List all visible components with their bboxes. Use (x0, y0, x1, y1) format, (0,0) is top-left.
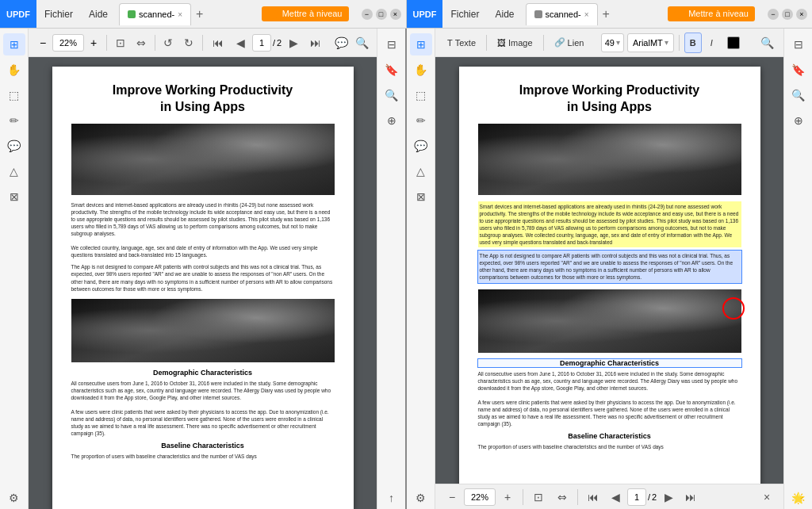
next-page-btn-left[interactable]: ▶ (283, 33, 304, 53)
maximize-btn-right[interactable]: □ (782, 9, 793, 20)
prev-page-btn-left[interactable]: ◀ (230, 33, 251, 53)
new-tab-left[interactable]: + (191, 7, 208, 21)
rotate-cw-btn-left[interactable]: ↻ (180, 33, 197, 53)
font-name-control[interactable]: ArialMT ▾ (627, 33, 674, 52)
shape-icon-right[interactable]: △ (410, 160, 432, 182)
minimize-btn-right[interactable]: − (768, 9, 779, 20)
select-icon[interactable]: ⬚ (3, 84, 25, 106)
zoom-input-right-bottom[interactable] (464, 488, 496, 506)
new-tab-right[interactable]: + (598, 7, 615, 21)
sep3 (202, 35, 203, 51)
fmt-sep3 (679, 35, 680, 51)
italic-btn[interactable]: I (705, 33, 718, 53)
search-btn-right[interactable]: 🔍 (756, 33, 777, 53)
share-icon-right[interactable]: 🌟 (787, 487, 810, 509)
home-icon[interactable]: ⊞ (3, 33, 25, 55)
upgrade-btn-right[interactable]: Mettre à niveau (668, 6, 755, 21)
bottom-sep1 (523, 489, 523, 505)
image-mode-btn[interactable]: 🖼 Image (492, 33, 538, 53)
shape-icon[interactable]: △ (3, 160, 25, 182)
ai-icon-left[interactable]: ⊕ (381, 109, 403, 132)
stamp-icon[interactable]: ⊠ (3, 186, 25, 208)
zoom-out-btn-left[interactable]: − (35, 35, 51, 51)
settings-icon-left[interactable]: ⚙ (3, 487, 25, 509)
edit-icon[interactable]: ✏ (3, 109, 25, 132)
font-size-dropdown-icon[interactable]: ▾ (616, 38, 620, 47)
menu-fichier-right[interactable]: Fichier (442, 0, 487, 28)
close-right-bottom[interactable]: × (756, 487, 777, 507)
last-page-btn-left[interactable]: ⏭ (305, 33, 326, 53)
tab-close-right[interactable]: × (584, 10, 589, 19)
menu-aide-right[interactable]: Aide (487, 0, 522, 28)
share-icon-left[interactable]: ↑ (381, 487, 403, 509)
comment-icon-right[interactable]: 💬 (410, 135, 432, 157)
right-section1-title[interactable]: Demographic Characteristics (478, 359, 741, 367)
left-doc-image (71, 124, 335, 195)
left-doc-image2 (71, 299, 335, 362)
first-page-btn-left[interactable]: ⏮ (208, 33, 228, 53)
menu-aide-left[interactable]: Aide (81, 0, 116, 28)
font-name-dropdown-icon[interactable]: ▾ (665, 38, 668, 47)
right-doc-scroll[interactable]: Improve Working Productivity in Using Ap… (435, 57, 783, 484)
font-name-value: ArialMT (633, 38, 663, 48)
fit-width-btn-left[interactable]: ⇔ (132, 33, 150, 53)
text-mode-btn[interactable]: T Texte (442, 33, 481, 53)
comment-icon[interactable]: 💬 (3, 135, 25, 157)
thumbnail-icon-left[interactable]: ⊟ (381, 33, 403, 55)
search-sidebar-right[interactable]: 🔍 (787, 84, 810, 106)
edit-icon-right[interactable]: ✏ (410, 109, 432, 132)
search-sidebar-left[interactable]: 🔍 (381, 84, 403, 106)
fit-page-btn-left[interactable]: ⊡ (112, 33, 129, 53)
upgrade-btn-left[interactable]: Mettre à niveau (262, 6, 349, 21)
tab-close-left[interactable]: × (178, 10, 182, 19)
right-side-toolbar: ⊞ ✋ ⬚ ✏ 💬 △ ⊠ ⚙ (407, 29, 435, 509)
tab-left[interactable]: scanned- × (119, 3, 191, 25)
zoom-control-right-bottom: − + (442, 487, 518, 507)
fit-width-bottom[interactable]: ⇔ (552, 487, 573, 507)
hand-icon[interactable]: ✋ (3, 59, 25, 81)
menu-fichier-left[interactable]: Fichier (36, 0, 81, 28)
page-input-right-bottom[interactable] (627, 488, 646, 506)
page-input-left[interactable] (252, 34, 271, 52)
zoom-input-left[interactable] (52, 34, 84, 52)
bookmark-icon-right[interactable]: 🔖 (787, 59, 810, 81)
fit-page-bottom[interactable]: ⊡ (528, 487, 549, 507)
last-page-btn-right[interactable]: ⏭ (680, 487, 701, 507)
select-icon-right[interactable]: ⬚ (410, 84, 432, 106)
hand-icon-right[interactable]: ✋ (410, 59, 432, 81)
rotate-btn-left[interactable]: ↺ (159, 33, 177, 53)
image-icon: 🖼 (497, 38, 506, 48)
page-control-left: ⏮ ◀ / 2 ▶ ⏭ (208, 33, 326, 53)
font-size-control[interactable]: 49 ▾ (601, 33, 624, 52)
text-icon: T (447, 38, 453, 48)
top-bar-left: UPDF Fichier Aide scanned- × + Mettre à … (0, 0, 407, 28)
close-btn-right[interactable]: × (796, 9, 807, 20)
close-btn-left[interactable]: × (390, 9, 401, 20)
comment-toolbar-left[interactable]: 💬 (332, 33, 350, 53)
right-right-toolbar: ⊟ 🔖 🔍 ⊕ 🌟 (783, 29, 812, 509)
next-page-btn-right[interactable]: ▶ (658, 487, 679, 507)
prev-page-btn-right[interactable]: ◀ (605, 487, 626, 507)
search-btn-left[interactable]: 🔍 (353, 33, 370, 53)
zoom-in-btn-left[interactable]: + (86, 35, 102, 51)
tab-bar-left: scanned- × + Mettre à niveau (116, 3, 357, 25)
left-doc-scroll[interactable]: Improve Working Productivity in Using Ap… (29, 57, 377, 509)
bookmark-icon-left[interactable]: 🔖 (381, 59, 403, 81)
home-icon-right[interactable]: ⊞ (410, 33, 432, 55)
zoom-out-btn-right-bottom[interactable]: − (442, 487, 462, 507)
tab-right[interactable]: scanned- × (526, 3, 598, 25)
ai-icon-right[interactable]: ⊕ (787, 109, 810, 132)
bold-btn[interactable]: B (684, 33, 702, 53)
right-doc-selected-block: The App is not designed to compare AR pa… (478, 251, 741, 282)
maximize-btn-left[interactable]: □ (376, 9, 387, 20)
settings-icon-right[interactable]: ⚙ (410, 487, 432, 509)
first-page-btn-right[interactable]: ⏮ (583, 487, 603, 507)
color-btn[interactable] (722, 33, 745, 53)
zoom-in-btn-right-bottom[interactable]: + (497, 487, 518, 507)
window-controls-left: − □ × (357, 9, 406, 20)
minimize-btn-left[interactable]: − (362, 9, 373, 20)
thumbnail-icon-right[interactable]: ⊟ (787, 33, 810, 55)
link-mode-btn[interactable]: 🔗 Lien (549, 33, 590, 53)
right-doc-col1: Demographic Characteristics All consecut… (478, 289, 741, 451)
stamp-icon-right[interactable]: ⊠ (410, 186, 432, 208)
